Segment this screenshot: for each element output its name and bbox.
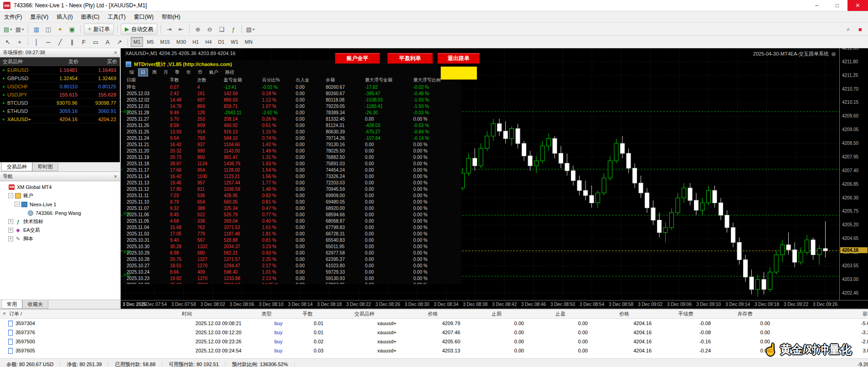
timeframe-mn-button[interactable]: MN (242, 37, 255, 47)
stats-tab-年[interactable]: 年 (184, 68, 194, 76)
text-button[interactable]: A (102, 36, 113, 47)
menu-item-1[interactable]: 显示(V) (26, 12, 52, 22)
timeframe-w1-button[interactable]: W1 (228, 37, 241, 47)
timeframe-h4-button[interactable]: H4 (202, 37, 214, 47)
nav-item-2[interactable]: −Neex-Live 1 (0, 200, 120, 209)
market-watch-tab-即时图[interactable]: 即时图 (32, 163, 58, 171)
timeframe-h1-button[interactable]: H1 (190, 37, 201, 47)
nav-item-6[interactable]: +✎脚本 (0, 234, 120, 243)
channel-button[interactable]: ∥ (67, 36, 77, 47)
tree-expander-icon[interactable]: + (8, 236, 13, 241)
menu-item-4[interactable]: 工具(T) (103, 12, 129, 22)
navigator-tab-收藏夹[interactable]: 收藏夹 (22, 300, 48, 309)
order-row[interactable]: 35973042025.12.03 09:08:21buy0.01xauusd+… (0, 319, 868, 328)
price-axis[interactable]: 4212.354211.804211.254210.704210.154209.… (839, 48, 868, 301)
indicators-icon: ƒ (232, 26, 235, 33)
nav-item-3[interactable]: 743366: Peng Wang (0, 209, 120, 217)
nav-item-0[interactable]: XMXM Global MT4 (0, 183, 120, 191)
market-watch-tab-交易品种[interactable]: 交易品种 (1, 163, 32, 171)
ea-status-icon[interactable]: ⊗ (831, 51, 836, 57)
menu-item-2[interactable]: 插入(I) (52, 12, 77, 22)
nav-item-1[interactable]: −账户 (0, 191, 120, 200)
exit-copy-button[interactable]: 退出跟单 (437, 53, 480, 64)
horizontal-line-button[interactable]: ─ (43, 36, 54, 47)
close-button[interactable]: ✕ (847, 0, 868, 11)
autotrading-button[interactable]: ▶自动交易 (121, 24, 157, 35)
maximize-button[interactable]: □ (827, 0, 847, 11)
menu-item-5[interactable]: 窗口(W) (130, 12, 158, 22)
menu-item-0[interactable]: 文件(F) (0, 12, 26, 22)
indicators-button[interactable]: ƒ (228, 24, 239, 35)
vertical-line-button[interactable]: │ (31, 36, 42, 47)
order-row[interactable]: 35975002025.12.03 09:23:26buy0.02xauusd+… (0, 337, 868, 346)
timeframe-m15-button[interactable]: M15 (158, 37, 173, 47)
stats-tab-日[interactable]: 日 (138, 68, 148, 76)
stats-tab-综[interactable]: 综 (127, 68, 137, 76)
terminal-close-icon[interactable]: × (3, 311, 6, 317)
tile-windows-button[interactable]: ❏ (216, 24, 227, 35)
tree-expander-icon[interactable]: − (8, 193, 13, 198)
new-chart-button[interactable]: ▤▾ (2, 24, 13, 35)
stats-cell: 0.00 (296, 91, 326, 96)
timeframe-m5-button[interactable]: M5 (144, 37, 156, 47)
market-watch-row[interactable]: ▲ETHUSD3059.163060.91 (0, 107, 120, 115)
tree-expander-icon[interactable]: + (8, 219, 13, 224)
market-watch-close-icon[interactable]: × (114, 50, 117, 56)
stats-tab-月[interactable]: 月 (161, 68, 171, 76)
order-row[interactable]: 35976052025.12.03 09:24:54buy0.03xauusd+… (0, 346, 868, 355)
stats-tab-币[interactable]: 币 (195, 68, 205, 76)
stats-cell: 2025.12.01 (127, 104, 170, 109)
symbol-trend-icon: ▲ (2, 68, 5, 72)
order-row[interactable]: 35973762025.12.03 09:12:20buy0.01xauusd+… (0, 328, 868, 337)
search-button[interactable]: ⌕ (843, 24, 854, 35)
ea-highlight-box[interactable] (441, 66, 477, 80)
stats-row: 2025.11.249.54759584.100.74 %0.0079714.2… (123, 135, 461, 141)
order-commission: -0.24 (656, 348, 715, 353)
cursor-button[interactable]: ↖ (2, 36, 13, 47)
navigator-close-icon[interactable]: × (114, 174, 117, 179)
profiles-button[interactable]: ▦▾ (14, 24, 25, 35)
terminal-toggle-button[interactable]: ▣ (67, 24, 77, 35)
time-axis[interactable]: 3 Dec 20253 Dec 07:543 Dec 07:583 Dec 08… (121, 300, 868, 309)
close-all-button[interactable]: 账户全平 (335, 53, 380, 64)
stats-tab-周[interactable]: 周 (149, 68, 159, 76)
new-order-button[interactable]: +新订单 (84, 24, 114, 35)
chart-area[interactable]: XAUUSD+,M1 4204.25 4205.36 4203.89 4204.… (121, 48, 868, 309)
zoom-in-button[interactable]: ⊕ (192, 24, 203, 35)
timeframe-d1-button[interactable]: D1 (216, 37, 227, 47)
menu-item-6[interactable]: 帮助(H) (158, 12, 185, 22)
zoom-out-button[interactable]: ⊖ (204, 24, 215, 35)
navigator-toggle-button[interactable]: ✦ (55, 24, 66, 35)
tree-expander-icon[interactable]: + (8, 228, 13, 233)
minimize-button[interactable]: – (806, 0, 827, 11)
stats-cell: 79714.26 (326, 136, 365, 141)
chart-autoscroll-button[interactable]: ⇥ (164, 24, 175, 35)
market-watch-row[interactable]: ▲USDJPY155.615155.628 (0, 91, 120, 99)
stats-tab-季[interactable]: 季 (172, 68, 182, 76)
nav-item-4[interactable]: +ƒ技术指标 (0, 217, 120, 226)
timeframe-m1-button[interactable]: M1 (131, 37, 143, 47)
close-profit-button[interactable]: 平盈利单 (387, 53, 433, 64)
fibonacci-button[interactable]: F (78, 36, 89, 47)
arrows-button[interactable]: ↗ (114, 36, 125, 47)
menu-item-3[interactable]: 图表(C) (77, 12, 104, 22)
shapes-button[interactable]: ▭ (90, 36, 101, 47)
stats-tab-路径[interactable]: 路径 (222, 68, 237, 76)
tree-expander-icon[interactable]: − (15, 202, 20, 207)
stats-tab-账户[interactable]: 账户 (206, 68, 221, 76)
market-watch-row[interactable]: ▲GBPUSD1.324541.32469 (0, 74, 120, 82)
chart-shift-button[interactable]: ⇤ (175, 24, 186, 35)
nav-item-5[interactable]: +◆EA交易 (0, 226, 120, 234)
timeframe-m30-button[interactable]: M30 (174, 37, 189, 47)
market-watch-row[interactable]: ▲USDCHF0.801100.80125 (0, 82, 120, 91)
community-button[interactable]: ■ (855, 24, 866, 35)
market-watch-row[interactable]: ▲XAUUSD+4204.164204.22 (0, 115, 120, 123)
market-watch-row[interactable]: ▲BTCUSD93070.9693098.77 (0, 99, 120, 107)
navigator-tab-常用[interactable]: 常用 (1, 300, 22, 309)
crosshair-button[interactable]: + (14, 36, 25, 47)
market-watch-row[interactable]: ▲EURUSD1.164811.16493 (0, 66, 120, 74)
data-window-toggle-button[interactable]: ◫ (43, 24, 54, 35)
templates-button[interactable]: ▧▾ (245, 24, 256, 35)
market-watch-toggle-button[interactable]: ▥ (31, 24, 42, 35)
trendline-button[interactable]: ╱ (55, 36, 66, 47)
